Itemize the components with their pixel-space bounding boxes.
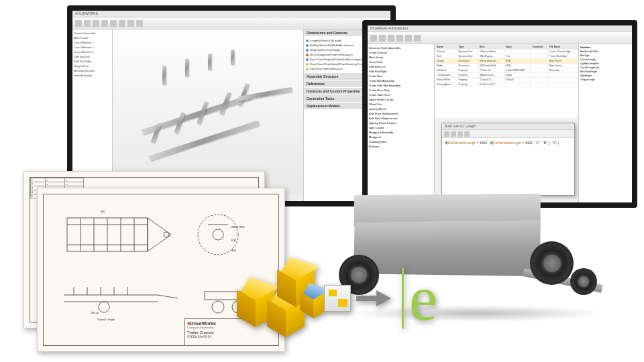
table-row[interactable]: WidthDimensionDWVariableWid...1800Main F… — [435, 64, 578, 68]
ribbon-icon[interactable] — [370, 35, 377, 42]
plan-view: 400 — [54, 204, 174, 268]
svg-text:300: 300 — [231, 249, 236, 252]
rule-formula-editor[interactable]: If(DWVariableLength > 3000 , If(DWVariab… — [442, 138, 574, 147]
configurator-screen: DriveWorks Administrator Universal Trail… — [368, 25, 632, 202]
rules-table[interactable]: NameTypeRuleValueCommentFile Name Chassi… — [435, 44, 578, 87]
svg-point-12 — [213, 229, 223, 240]
tree-item[interactable]: Trailer Side Wall Assembly — [369, 83, 433, 88]
table-row[interactable]: BedDynamic PartIf(BedType=...TrueTrailer… — [435, 54, 578, 59]
tree-item[interactable]: Side Rail Right — [74, 59, 111, 64]
rules-grid[interactable]: NameTypeRuleValueCommentFile Name Chassi… — [435, 44, 578, 118]
flow-step-icon — [324, 285, 351, 312]
table-row[interactable]: DrawingNamePropertyPartName&"-D... — [435, 82, 578, 87]
svg-point-29 — [212, 301, 224, 313]
variables-panel[interactable]: Variables BedStandardRail BedType Chassi… — [578, 44, 632, 202]
tree-item[interactable]: Hitch Assembly — [74, 73, 111, 78]
svg-text:R32: R32 — [231, 239, 237, 242]
table-row[interactable]: ChassisDynamic Part<Delete>=FalseTrailer… — [435, 50, 578, 54]
ribbon-icon[interactable] — [136, 20, 143, 27]
tree-item[interactable]: Trailer Rear Drop — [369, 88, 433, 93]
svg-point-4 — [164, 232, 169, 237]
svg-text:400: 400 — [101, 210, 105, 213]
tree-item[interactable]: Universal Trailer Assembly — [369, 46, 433, 50]
pattern-icon — [306, 63, 309, 66]
tree-item[interactable]: Spare Wheel Carrier — [369, 97, 433, 102]
ribbon-icon[interactable] — [75, 20, 82, 27]
configurator-monitor: DriveWorks Administrator Universal Trail… — [362, 20, 637, 208]
tree-item[interactable]: Trailer Bed Assembly — [369, 78, 433, 83]
tree-item[interactable]: Mudguard — [369, 135, 433, 139]
tree-item[interactable]: Side Rail Left — [369, 64, 433, 69]
cad-titlebar: SOLIDWORKS — [72, 11, 390, 17]
ribbon-icon[interactable] — [405, 35, 412, 42]
ribbon-icon[interactable] — [101, 20, 108, 27]
ribbon-icon[interactable] — [84, 20, 91, 27]
tree-item[interactable]: Cross Member 2 — [74, 45, 111, 50]
ribbon-icon[interactable] — [127, 20, 134, 27]
dimension-icon — [306, 40, 309, 42]
svg-line-19 — [158, 295, 178, 298]
rule-titlebar: Build rule for: Length — [442, 123, 574, 130]
ribbon-icon[interactable] — [93, 20, 99, 27]
tree-item[interactable]: Lighting Panel & Lights — [369, 121, 433, 125]
svg-point-25 — [99, 302, 109, 312]
dimension-icon — [306, 49, 309, 52]
svg-text:200 x5: 200 x5 — [91, 311, 99, 314]
ribbon-icon[interactable] — [396, 35, 403, 42]
toolbar-icon[interactable] — [464, 131, 470, 137]
config-titlebar: DriveWorks Administrator — [368, 25, 632, 32]
ribbon-icon[interactable] — [119, 20, 125, 27]
ribbon-icon[interactable] — [414, 35, 421, 42]
tree-item[interactable]: Mounting Bracket — [74, 68, 111, 73]
cad-viewport[interactable] — [113, 29, 303, 194]
tree-item[interactable]: Wheel Unit — [369, 102, 433, 107]
dimension-icon — [306, 44, 309, 47]
tree-item[interactable]: Upright Post — [74, 64, 111, 68]
variable-item[interactable]: TongueLength — [580, 78, 631, 82]
tree-item[interactable]: Cross Member 1 — [74, 40, 111, 45]
arrow-right-icon — [356, 285, 393, 312]
tree-item[interactable]: Axle Front Replacement — [369, 111, 433, 116]
tree-item[interactable]: Cross Rails — [369, 60, 433, 64]
toolbar-icon[interactable] — [458, 131, 463, 137]
tree-item[interactable]: A Frame — [369, 144, 433, 149]
model-tree[interactable]: Universal Trailer Assembly Trailer Chass… — [368, 44, 435, 202]
svg-marker-3 — [148, 218, 171, 251]
divider — [402, 268, 404, 328]
config-ribbon[interactable] — [368, 32, 632, 44]
table-header-row: NameTypeRuleValueCommentFile Name — [435, 45, 578, 50]
jockey-wheel-icon — [570, 268, 597, 295]
table-row[interactable]: RelativePathProperty"\Output\"&...\Outpu… — [435, 78, 578, 82]
feature-icon — [306, 54, 309, 56]
tree-item[interactable]: Trailer Side Panel — [369, 93, 433, 97]
tree-item[interactable]: Chassis Assembly — [74, 31, 111, 36]
table-row[interactable]: FileNameProperty"Trailer-"&...Trailer-35… — [435, 68, 578, 73]
tree-item[interactable]: Side Rail Left — [74, 54, 111, 59]
cad-ribbon[interactable] — [72, 17, 390, 29]
ribbon-icon[interactable] — [388, 35, 394, 42]
side-elevation: 200 x5 Overall Length — [57, 275, 184, 322]
toolbar-icon[interactable] — [444, 131, 449, 137]
toolbar-icon[interactable] — [451, 131, 456, 137]
tree-item[interactable]: Mudguard Assembly — [369, 130, 433, 135]
assembly-cubes-icon — [235, 261, 322, 335]
spare-wheel-icon — [530, 241, 574, 285]
pattern-icon — [306, 68, 309, 70]
ribbon-icon[interactable] — [110, 20, 117, 27]
tree-item[interactable]: Light Cluster — [369, 125, 433, 130]
ribbon-icon[interactable] — [379, 35, 386, 42]
table-row[interactable]: LengthDimensionDWVariableLen...3500Main … — [435, 59, 578, 64]
tree-item[interactable]: Jockey Wheel — [369, 107, 433, 111]
tree-item[interactable]: Side Rail Right — [369, 69, 433, 74]
tree-item[interactable]: Trailer Bed — [369, 74, 433, 78]
rule-toolbar[interactable] — [442, 130, 574, 138]
tree-item[interactable]: Main Frame — [74, 36, 111, 40]
svg-text:Ø60 THRU: Ø60 THRU — [231, 225, 245, 229]
tree-item[interactable]: Axle Rear Replacement — [369, 116, 433, 121]
table-row[interactable]: ConfigurationPropertyIf(AxleCount=...Sin… — [435, 73, 578, 78]
tree-item[interactable]: Cross Member 3 — [74, 50, 111, 54]
tree-item[interactable]: Coupling Hitch — [369, 139, 433, 144]
workflow-icons: e — [235, 255, 530, 342]
tree-item[interactable]: Main Frame — [369, 55, 433, 60]
tree-item[interactable]: Trailer Chassis — [369, 50, 433, 55]
